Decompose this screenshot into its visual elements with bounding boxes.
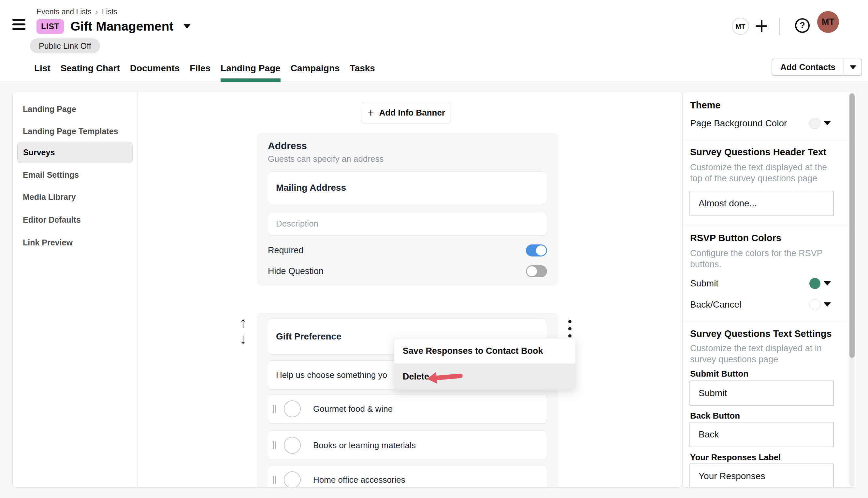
breadcrumb-events-and-lists[interactable]: Events and Lists [37,8,91,16]
add-info-banner-button[interactable]: + Add Info Banner [362,102,451,123]
tab-tasks[interactable]: Tasks [350,54,375,82]
tab-documents[interactable]: Documents [130,54,180,82]
radio-icon[interactable] [284,401,301,417]
add-contacts-split-button: Add Contacts [771,58,862,76]
menu-item-save-responses[interactable]: Save Responses to Contact Book [394,339,575,364]
sidebar-item-surveys[interactable]: Surveys [17,142,132,163]
submit-button-label: Submit Button [690,369,749,379]
drag-handle-icon[interactable] [273,405,276,413]
list-badge: LIST [37,19,64,34]
scrollbar-thumb[interactable] [850,93,855,358]
submit-color-label: Submit [690,278,718,289]
question-label-field[interactable]: Mailing Address [268,172,547,204]
survey-header-text-description: Customize the text displayed at the top … [690,162,838,184]
theme-heading: Theme [690,100,720,111]
add-contacts-dropdown-button[interactable] [844,59,861,75]
title-row: LIST Gift Management [37,18,191,35]
survey-text-settings-description: Customize the text displayed at in surve… [690,343,838,365]
hide-question-toggle[interactable] [526,265,547,277]
title-dropdown-caret-icon[interactable] [183,24,191,29]
breadcrumb-lists[interactable]: Lists [102,8,117,16]
section-divider [682,321,850,321]
add-info-banner-label: Add Info Banner [379,108,445,118]
survey-header-text-heading: Survey Questions Header Text [690,147,827,158]
sidebar-item-editor-defaults[interactable]: Editor Defaults [17,209,132,231]
description-input[interactable] [268,212,547,235]
page-background-color-label: Page Background Color [690,118,787,129]
chevron-down-icon [850,65,856,69]
menu-item-delete-label: Delete [403,372,429,382]
tab-seating-chart[interactable]: Seating Chart [61,54,120,82]
breadcrumb: Events and Lists › Lists [37,7,117,16]
breadcrumb-separator: › [95,7,98,16]
header-divider [779,18,780,35]
header-bottom-border [0,82,868,82]
move-question-down-icon[interactable]: ↓ [240,332,247,346]
sidebar-item-landing-page[interactable]: Landing Page [17,99,132,120]
section-divider [682,139,850,139]
rsvp-button-colors-heading: RSVP Button Colors [690,233,781,244]
chevron-down-icon[interactable] [824,281,831,286]
move-question-up-icon[interactable]: ↑ [240,315,247,330]
menu-item-delete[interactable]: Delete [394,364,575,390]
tab-files[interactable]: Files [190,54,210,82]
section-divider [682,225,850,225]
user-avatar[interactable]: MT [817,11,839,33]
question-menu-kebab-icon[interactable] [566,320,580,341]
back-button-input[interactable] [689,422,834,447]
option-label[interactable]: Books or learning materials [313,441,416,450]
drag-handle-icon[interactable] [273,441,276,449]
collaborator-avatar[interactable]: MT [732,17,749,35]
help-icon[interactable]: ? [795,18,810,33]
option-label[interactable]: Home office accessories [313,475,405,485]
main-panel: Landing Page Landing Page Templates Surv… [12,92,682,488]
page-background-color-swatch[interactable] [809,118,820,129]
sidebar-item-email-settings[interactable]: Email Settings [17,165,132,185]
option-row: Books or learning materials [268,431,547,460]
question-context-menu: Save Responses to Contact Book Delete [394,338,576,390]
theme-panel: Theme Page Background Color Survey Quest… [682,92,857,488]
sidebar-item-link-preview[interactable]: Link Preview [17,232,132,253]
question-card-title: Address [268,140,307,152]
annotation-red-arrow-icon [426,369,470,385]
sidebar-item-media-library[interactable]: Media Library [17,186,132,208]
back-cancel-color-swatch[interactable] [809,299,820,310]
chevron-down-icon[interactable] [824,302,831,306]
address-question-card: Address Guests can specify an address Ma… [257,133,558,286]
tab-list[interactable]: List [34,54,51,82]
option-label[interactable]: Gourmet food & wine [313,404,393,414]
back-button-label: Back Button [690,411,740,421]
question-card-subtitle: Guests can specify an address [268,154,384,164]
survey-text-settings-heading: Survey Questions Text Settings [690,328,832,339]
option-row: Gourmet food & wine [268,394,547,423]
sidebar-item-landing-page-templates[interactable]: Landing Page Templates [17,121,132,142]
rsvp-button-colors-description: Configure the colors for the RSVP button… [690,248,838,270]
required-label: Required [268,246,304,255]
tab-campaigns[interactable]: Campaigns [291,54,340,82]
tab-bar: List Seating Chart Documents Files Landi… [34,54,375,82]
survey-header-text-input[interactable] [689,191,834,216]
your-responses-input[interactable] [689,463,834,488]
settings-sidebar: Landing Page Landing Page Templates Surv… [13,92,138,488]
hamburger-menu-icon[interactable] [12,19,25,30]
required-toggle[interactable] [526,245,547,257]
page-title: Gift Management [71,19,173,34]
submit-button-input[interactable] [689,380,834,406]
hide-question-label: Hide Question [268,266,323,276]
submit-color-swatch[interactable] [809,278,820,289]
hide-question-row: Hide Question [268,265,547,278]
radio-icon[interactable] [284,471,301,488]
public-link-status-badge[interactable]: Public Link Off [30,38,100,53]
radio-icon[interactable] [284,437,301,454]
required-row: Required [268,244,547,257]
chevron-down-icon[interactable] [824,121,831,125]
add-contacts-button[interactable]: Add Contacts [772,59,844,75]
tab-landing-page[interactable]: Landing Page [220,54,281,82]
back-cancel-color-label: Back/Cancel [690,300,741,310]
drag-handle-icon[interactable] [273,476,276,484]
plus-icon: + [368,106,374,119]
your-responses-label: Your Responses Label [690,453,781,462]
add-collaborator-icon[interactable] [756,20,767,32]
option-row: Home office accessories [268,465,547,488]
